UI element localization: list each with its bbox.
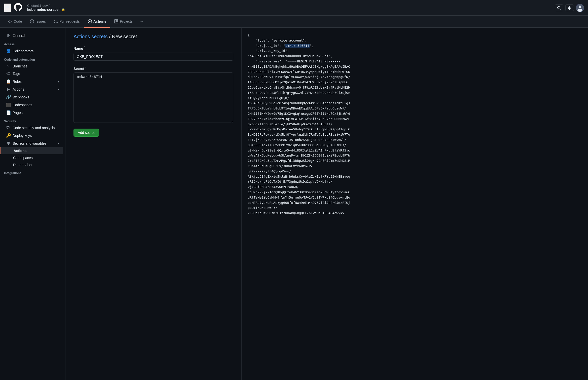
sidebar-item-secrets-actions[interactable]: Actions	[0, 147, 63, 154]
webhook-icon: 🔗	[6, 95, 11, 99]
sidebar: ⚙ General Access 👤 Collaborators Code an…	[0, 28, 65, 380]
sidebar-item-pages[interactable]: 📄 Pages	[2, 109, 63, 117]
breadcrumb: Actions secrets / New secret	[74, 34, 233, 40]
add-secret-button[interactable]: Add secret	[74, 129, 99, 137]
breadcrumb-separator: / New secret	[109, 34, 137, 39]
sidebar-item-secrets-dependabot[interactable]: Dependabot	[2, 161, 63, 168]
svg-point-2	[577, 9, 582, 12]
name-input[interactable]	[74, 53, 233, 61]
github-logo[interactable]	[14, 3, 22, 13]
name-field-group: Name *	[74, 46, 233, 61]
pages-icon: 📄	[6, 110, 11, 115]
repo-tabs: Code Issues Pull requests Actions Projec…	[0, 16, 588, 28]
sidebar-item-tags[interactable]: 🏷 Tags	[2, 70, 63, 78]
secrets-chevron-icon: ▾	[58, 142, 59, 145]
sidebar-item-secrets-variables[interactable]: ✱ Secrets and variables ▾	[2, 139, 63, 147]
top-nav: ☰ Chetan11-dev / kubernetes-scraper 🔒	[0, 0, 588, 16]
tag-icon: 🏷	[6, 71, 11, 76]
sidebar-item-branches[interactable]: ⑂ Branches	[2, 62, 63, 70]
codespaces-icon: ⬛	[6, 102, 11, 107]
code-panel: { "type": "service_account", "project_id…	[242, 28, 588, 380]
tab-issues[interactable]: Issues	[26, 16, 50, 28]
secret-label: Secret *	[74, 66, 233, 71]
play-icon: ▶	[6, 87, 11, 92]
sidebar-section-security: Security 🛡 Code security and analysis 🔑 …	[0, 118, 65, 168]
actions-chevron-icon: ▾	[58, 88, 59, 91]
person-icon: 👤	[6, 49, 11, 53]
secrets-icon: ✱	[6, 141, 11, 146]
sidebar-section-access: Access 👤 Collaborators	[0, 41, 65, 55]
sidebar-item-general[interactable]: ⚙ General	[2, 32, 63, 40]
secret-input[interactable]	[74, 72, 233, 123]
sidebar-item-secrets-codespaces[interactable]: Codespaces	[2, 154, 63, 161]
sidebar-section-integrations: Integrations	[0, 169, 65, 176]
security-header: Security	[0, 118, 65, 124]
key-icon: 🔑	[6, 133, 11, 138]
tab-projects[interactable]: Projects	[110, 16, 137, 28]
tab-code[interactable]: Code	[4, 16, 26, 28]
notifications-button[interactable]	[565, 4, 574, 11]
nav-actions	[555, 4, 584, 12]
sidebar-item-collaborators[interactable]: 👤 Collaborators	[2, 47, 63, 55]
main-layout: ⚙ General Access 👤 Collaborators Code an…	[0, 28, 588, 380]
content-area: Actions secrets / New secret Name * Secr…	[65, 28, 588, 380]
form-panel: Actions secrets / New secret Name * Secr…	[65, 28, 242, 380]
rules-chevron-icon: ▾	[58, 80, 59, 83]
name-label: Name *	[74, 46, 233, 51]
sidebar-item-deploy-keys[interactable]: 🔑 Deploy keys	[2, 132, 63, 139]
code-automation-header: Code and automation	[0, 56, 65, 62]
rules-icon: 📋	[6, 79, 11, 84]
sidebar-item-codespaces[interactable]: ⬛ Codespaces	[2, 101, 63, 109]
hamburger-button[interactable]: ☰	[4, 4, 11, 12]
access-header: Access	[0, 41, 65, 47]
code-content: { "type": "service_account", "project_id…	[248, 33, 582, 216]
branch-icon: ⑂	[6, 64, 11, 68]
repo-name: kubernetes-scraper 🔒	[27, 8, 65, 12]
repo-info: Chetan11-dev / kubernetes-scraper 🔒	[27, 4, 65, 12]
lock-icon: 🔒	[61, 8, 65, 11]
breadcrumb-link[interactable]: Actions secrets	[74, 34, 108, 39]
tab-actions[interactable]: Actions	[84, 16, 110, 28]
search-button[interactable]	[555, 4, 563, 11]
sidebar-item-code-security[interactable]: 🛡 Code security and analysis	[2, 124, 63, 132]
shield-icon: 🛡	[6, 126, 11, 130]
sidebar-section-general: ⚙ General	[0, 32, 65, 40]
gear-icon: ⚙	[6, 33, 11, 38]
integrations-header: Integrations	[0, 169, 65, 176]
sidebar-item-webhooks[interactable]: 🔗 Webhooks	[2, 93, 63, 101]
sidebar-item-actions[interactable]: ▶ Actions ▾	[2, 85, 63, 93]
sidebar-section-code-automation: Code and automation ⑂ Branches 🏷 Tags 📋 …	[0, 56, 65, 117]
secret-field-group: Secret *	[74, 66, 233, 124]
avatar[interactable]	[576, 4, 584, 12]
repo-owner[interactable]: Chetan11-dev /	[27, 4, 65, 8]
more-tabs-button[interactable]: ···	[137, 16, 146, 28]
svg-point-1	[579, 6, 581, 8]
tab-pull-requests[interactable]: Pull requests	[50, 16, 84, 28]
sidebar-item-rules[interactable]: 📋 Rules ▾	[2, 78, 63, 85]
